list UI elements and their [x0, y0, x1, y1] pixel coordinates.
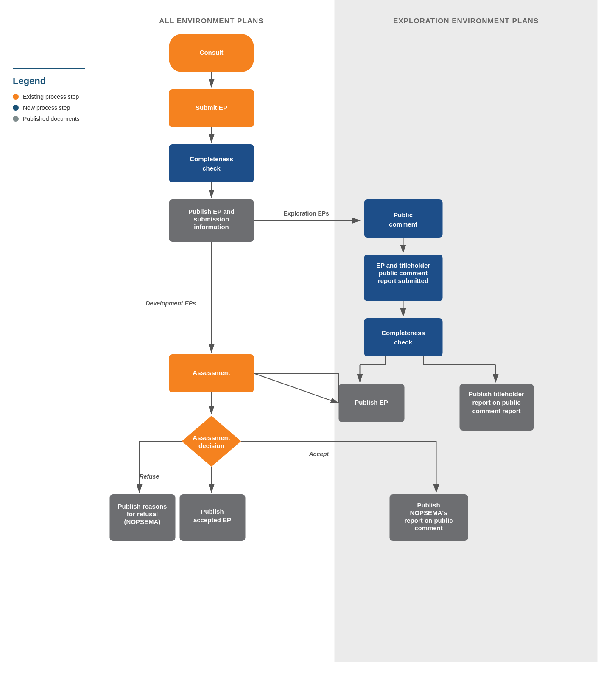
ep-titleholder-line1: EP and titleholder [376, 262, 430, 269]
publish-accepted-ep-line1: Publish [201, 508, 224, 515]
existing-dot-icon [13, 94, 19, 100]
publish-reasons-line3: (NOPSEMA) [124, 518, 161, 525]
published-dot-icon [13, 116, 19, 122]
publish-ep-sub-line3: information [194, 223, 229, 230]
publish-ep-label: Publish EP [355, 399, 388, 406]
publish-nopsema-line3: report on public [404, 517, 453, 524]
development-eps-label: Development EPs [146, 300, 196, 307]
publish-titleholder-line1: Publish titleholder [469, 390, 524, 398]
legend-title: Legend [13, 76, 85, 87]
publish-nopsema-line1: Publish [417, 501, 440, 509]
publish-reasons-line1: Publish reasons [118, 503, 167, 510]
publish-reasons-line2: for refusal [127, 510, 158, 518]
main-container: Legend Existing process step New process… [0, 0, 601, 700]
publish-nopsema-line2: NOPSEMA's [410, 509, 447, 516]
legend-label-published: Published documents [23, 115, 80, 122]
legend-divider-bottom [13, 129, 85, 129]
refuse-label: Refuse [140, 473, 159, 480]
publish-titleholder-line3: comment report [472, 407, 520, 414]
legend-label-new: New process step [23, 104, 70, 111]
assessment-decision-node [182, 416, 241, 467]
completeness-check-1-line1: Completeness [190, 155, 233, 162]
submit-ep-label: Submit EP [196, 104, 227, 111]
new-dot-icon [13, 105, 19, 111]
publish-nopsema-line4: comment [414, 524, 443, 532]
legend-item-new: New process step [13, 104, 85, 111]
header-left: ALL ENVIRONMENT PLANS [159, 17, 263, 25]
legend-divider-top [13, 68, 85, 69]
public-comment-line1: Public [394, 211, 413, 218]
completeness-check-2-node [364, 318, 443, 356]
diagram-svg-container: ALL ENVIRONMENT PLANS EXPLORATION ENVIRO… [93, 0, 601, 700]
completeness-check-1-line2: check [202, 165, 221, 172]
completeness-check-1-node [169, 144, 254, 182]
legend-label-existing: Existing process step [23, 93, 79, 100]
publish-accepted-ep-line2: accepted EP [193, 516, 231, 524]
accept-label: Accept [309, 451, 330, 457]
publish-titleholder-line2: report on public [472, 399, 520, 406]
arrow-assessment-to-publishep [254, 373, 338, 403]
assessment-label: Assessment [193, 369, 230, 376]
ep-titleholder-line3: report submitted [378, 277, 428, 284]
legend-item-published: Published documents [13, 115, 85, 122]
completeness-check-2-line2: check [394, 339, 412, 346]
publish-ep-sub-line1: Publish EP and [188, 208, 235, 215]
legend-panel: Legend Existing process step New process… [0, 0, 93, 700]
ep-titleholder-line2: public comment [379, 269, 428, 277]
flowchart-svg: ALL ENVIRONMENT PLANS EXPLORATION ENVIRO… [93, 0, 601, 662]
assessment-decision-line2: decision [198, 442, 224, 449]
public-comment-node [364, 199, 443, 238]
header-right: EXPLORATION ENVIRONMENT PLANS [393, 17, 539, 25]
public-comment-line2: comment [389, 221, 417, 228]
publish-ep-sub-line2: submission [194, 216, 229, 223]
consult-label: Consult [200, 49, 224, 56]
assessment-decision-line1: Assessment [193, 434, 230, 441]
legend-item-existing: Existing process step [13, 93, 85, 100]
completeness-check-2-line1: Completeness [381, 329, 425, 336]
exploration-eps-label: Exploration EPs [284, 210, 330, 217]
